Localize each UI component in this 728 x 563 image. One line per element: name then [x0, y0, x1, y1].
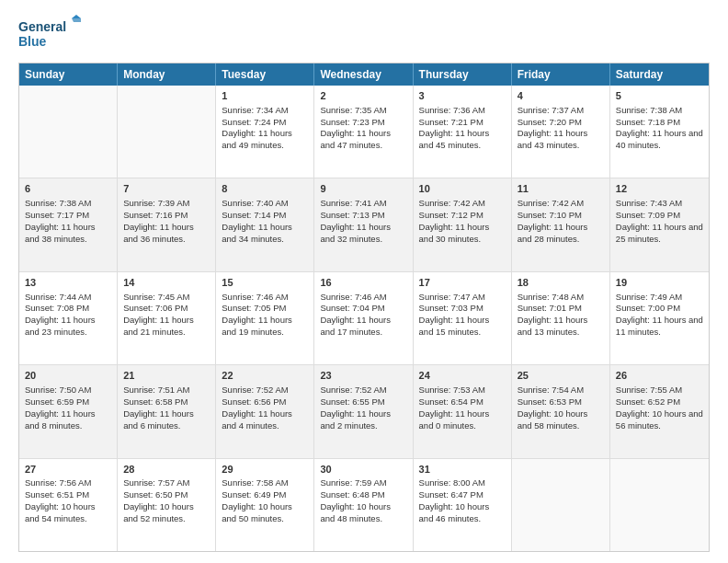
calendar-header: SundayMondayTuesdayWednesdayThursdayFrid… — [19, 63, 709, 86]
calendar-cell: 18 Sunrise: 7:48 AM Sunset: 7:01 PM Dayl… — [512, 272, 610, 364]
daylight: Daylight: 10 hours and 58 minutes. — [518, 408, 588, 431]
calendar-cell: 23 Sunrise: 7:52 AM Sunset: 6:55 PM Dayl… — [314, 365, 413, 457]
sunrise: Sunrise: 7:59 AM — [320, 477, 386, 488]
daylight: Daylight: 10 hours and 48 minutes. — [320, 501, 391, 523]
calendar-row: 1 Sunrise: 7:34 AM Sunset: 7:24 PM Dayli… — [19, 86, 709, 178]
sunset: Sunset: 7:17 PM — [25, 210, 89, 220]
day-number: 2 — [320, 89, 406, 103]
sunset: Sunset: 7:10 PM — [518, 210, 582, 220]
calendar-cell — [19, 86, 118, 178]
day-number: 3 — [419, 89, 506, 103]
calendar-cell: 12 Sunrise: 7:43 AM Sunset: 7:09 PM Dayl… — [610, 178, 709, 270]
header-cell-sunday: Sunday — [19, 63, 118, 86]
daylight: Daylight: 11 hours and 19 minutes. — [222, 315, 292, 337]
sunrise: Sunrise: 7:43 AM — [616, 198, 682, 208]
daylight: Daylight: 11 hours and 2 minutes. — [320, 408, 391, 431]
svg-text:Blue: Blue — [18, 34, 47, 49]
sunset: Sunset: 7:05 PM — [222, 303, 286, 313]
sunset: Sunset: 6:49 PM — [222, 489, 286, 500]
calendar-cell: 25 Sunrise: 7:54 AM Sunset: 6:53 PM Dayl… — [512, 365, 610, 457]
header-cell-thursday: Thursday — [414, 63, 512, 86]
sunset: Sunset: 7:20 PM — [518, 117, 582, 127]
daylight: Daylight: 11 hours and 25 minutes. — [616, 222, 703, 244]
sunrise: Sunrise: 7:56 AM — [25, 477, 91, 488]
sunset: Sunset: 7:23 PM — [320, 117, 384, 127]
daylight: Daylight: 11 hours and 49 minutes. — [222, 128, 292, 150]
day-number: 28 — [123, 463, 210, 477]
calendar-cell: 14 Sunrise: 7:45 AM Sunset: 7:06 PM Dayl… — [118, 272, 216, 364]
calendar-cell: 3 Sunrise: 7:36 AM Sunset: 7:21 PM Dayli… — [414, 86, 512, 178]
day-number: 13 — [25, 276, 111, 290]
sunrise: Sunrise: 7:42 AM — [419, 198, 485, 208]
sunset: Sunset: 7:18 PM — [616, 117, 680, 127]
calendar-cell: 27 Sunrise: 7:56 AM Sunset: 6:51 PM Dayl… — [19, 459, 118, 551]
sunset: Sunset: 6:51 PM — [25, 489, 89, 500]
sunrise: Sunrise: 7:51 AM — [123, 385, 189, 395]
calendar-cell: 31 Sunrise: 8:00 AM Sunset: 6:47 PM Dayl… — [414, 459, 512, 551]
daylight: Daylight: 10 hours and 46 minutes. — [419, 501, 490, 523]
logo-svg: General Blue — [18, 15, 83, 55]
calendar-cell: 1 Sunrise: 7:34 AM Sunset: 7:24 PM Dayli… — [216, 86, 314, 178]
sunrise: Sunrise: 7:46 AM — [222, 292, 288, 302]
sunset: Sunset: 7:06 PM — [123, 303, 188, 313]
calendar-cell: 11 Sunrise: 7:42 AM Sunset: 7:10 PM Dayl… — [512, 178, 610, 270]
header-cell-friday: Friday — [512, 63, 610, 86]
header: General Blue — [18, 15, 710, 55]
daylight: Daylight: 11 hours and 28 minutes. — [518, 222, 588, 244]
sunrise: Sunrise: 7:42 AM — [518, 198, 584, 208]
sunrise: Sunrise: 7:57 AM — [123, 477, 189, 488]
svg-marker-3 — [72, 18, 81, 22]
calendar-cell: 21 Sunrise: 7:51 AM Sunset: 6:58 PM Dayl… — [118, 365, 216, 457]
daylight: Daylight: 11 hours and 47 minutes. — [320, 128, 391, 150]
sunrise: Sunrise: 7:52 AM — [222, 385, 288, 395]
sunrise: Sunrise: 7:58 AM — [222, 477, 288, 488]
sunrise: Sunrise: 7:46 AM — [320, 292, 386, 302]
calendar-cell — [610, 459, 709, 551]
svg-text:General: General — [18, 19, 66, 34]
daylight: Daylight: 11 hours and 23 minutes. — [25, 315, 96, 337]
calendar-cell: 9 Sunrise: 7:41 AM Sunset: 7:13 PM Dayli… — [314, 178, 413, 270]
sunset: Sunset: 7:08 PM — [25, 303, 89, 313]
sunset: Sunset: 7:13 PM — [320, 210, 384, 220]
sunset: Sunset: 6:50 PM — [123, 489, 188, 500]
sunset: Sunset: 6:47 PM — [419, 489, 483, 500]
calendar-cell: 29 Sunrise: 7:58 AM Sunset: 6:49 PM Dayl… — [216, 459, 314, 551]
daylight: Daylight: 10 hours and 52 minutes. — [123, 501, 194, 523]
sunset: Sunset: 6:53 PM — [518, 396, 582, 407]
calendar-cell: 24 Sunrise: 7:53 AM Sunset: 6:54 PM Dayl… — [414, 365, 512, 457]
daylight: Daylight: 11 hours and 8 minutes. — [25, 408, 96, 431]
sunrise: Sunrise: 7:45 AM — [123, 292, 189, 302]
header-cell-wednesday: Wednesday — [314, 63, 413, 86]
day-number: 11 — [518, 182, 604, 196]
calendar-cell: 17 Sunrise: 7:47 AM Sunset: 7:03 PM Dayl… — [414, 272, 512, 364]
calendar-cell: 10 Sunrise: 7:42 AM Sunset: 7:12 PM Dayl… — [414, 178, 512, 270]
daylight: Daylight: 11 hours and 15 minutes. — [419, 315, 490, 337]
calendar-cell: 15 Sunrise: 7:46 AM Sunset: 7:05 PM Dayl… — [216, 272, 314, 364]
daylight: Daylight: 11 hours and 45 minutes. — [419, 128, 490, 150]
day-number: 30 — [320, 463, 406, 477]
daylight: Daylight: 10 hours and 50 minutes. — [222, 501, 292, 523]
sunrise: Sunrise: 7:38 AM — [616, 105, 682, 115]
sunset: Sunset: 7:00 PM — [616, 303, 680, 313]
daylight: Daylight: 11 hours and 40 minutes. — [616, 128, 703, 150]
day-number: 7 — [123, 182, 210, 196]
calendar-cell: 19 Sunrise: 7:49 AM Sunset: 7:00 PM Dayl… — [610, 272, 709, 364]
daylight: Daylight: 11 hours and 38 minutes. — [25, 222, 96, 244]
calendar-cell: 16 Sunrise: 7:46 AM Sunset: 7:04 PM Dayl… — [314, 272, 413, 364]
calendar-cell: 26 Sunrise: 7:55 AM Sunset: 6:52 PM Dayl… — [610, 365, 709, 457]
calendar-cell: 5 Sunrise: 7:38 AM Sunset: 7:18 PM Dayli… — [610, 86, 709, 178]
svg-marker-2 — [72, 15, 81, 18]
sunset: Sunset: 7:24 PM — [222, 117, 286, 127]
day-number: 23 — [320, 369, 406, 383]
sunset: Sunset: 6:48 PM — [320, 489, 384, 500]
calendar-row: 6 Sunrise: 7:38 AM Sunset: 7:17 PM Dayli… — [19, 178, 709, 270]
day-number: 10 — [419, 182, 506, 196]
calendar-cell: 28 Sunrise: 7:57 AM Sunset: 6:50 PM Dayl… — [118, 459, 216, 551]
day-number: 19 — [616, 276, 703, 290]
daylight: Daylight: 11 hours and 13 minutes. — [518, 315, 588, 337]
daylight: Daylight: 10 hours and 54 minutes. — [25, 501, 96, 523]
sunset: Sunset: 7:04 PM — [320, 303, 384, 313]
day-number: 5 — [616, 89, 703, 103]
calendar-row: 13 Sunrise: 7:44 AM Sunset: 7:08 PM Dayl… — [19, 271, 709, 364]
sunset: Sunset: 6:54 PM — [419, 396, 483, 407]
